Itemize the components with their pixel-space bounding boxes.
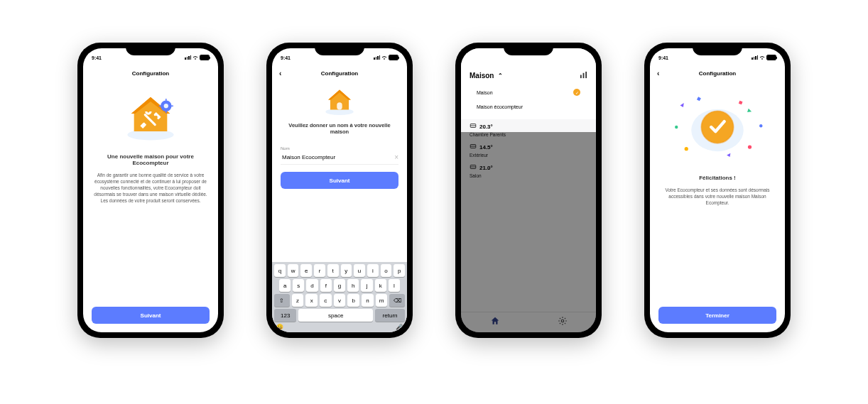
check-icon: ✓: [573, 89, 580, 96]
mic-key[interactable]: 🎤: [396, 324, 403, 330]
screen-body: Votre Ecocompteur et ses données sont dé…: [658, 187, 776, 206]
screen-header: ‹ Configuration: [272, 65, 407, 81]
dropdown-label: Maison: [470, 72, 494, 80]
dropdown-list: Maison✓Maison écocompteur: [461, 83, 596, 119]
keyboard-row-1: qwertyuiop: [272, 262, 407, 277]
key-w[interactable]: w: [288, 264, 299, 277]
house-illustration: [281, 85, 398, 116]
svg-rect-8: [337, 102, 342, 109]
confetti-check-illustration: [658, 88, 776, 166]
thermometer-icon: [470, 122, 477, 131]
key-u[interactable]: u: [354, 264, 365, 277]
keyboard[interactable]: qwertyuiop asdfghjkl ⇧ zxcvbnm ⌫ 123 spa…: [272, 262, 407, 332]
key-c[interactable]: c: [320, 294, 332, 307]
key-d[interactable]: d: [306, 279, 318, 292]
key-a[interactable]: a: [279, 279, 291, 292]
key-x[interactable]: x: [305, 294, 318, 307]
room-temp: 20.3°: [479, 124, 493, 130]
key-g[interactable]: g: [334, 279, 345, 292]
wifi-icon: [192, 55, 198, 60]
key-y[interactable]: y: [341, 264, 352, 277]
keyboard-row-2: asdfghjkl: [272, 277, 407, 292]
phone-notch: [315, 43, 364, 55]
phone-notch: [126, 43, 175, 55]
house-dropdown[interactable]: Maison ⌃: [461, 65, 596, 83]
signal-icon: [185, 55, 191, 60]
key-s[interactable]: s: [293, 279, 304, 292]
battery-icon: [200, 55, 210, 60]
signal-icon: [752, 55, 758, 60]
numbers-key[interactable]: 123: [274, 309, 296, 322]
status-time: 9:41: [658, 55, 668, 60]
key-l[interactable]: l: [389, 279, 400, 292]
svg-rect-11: [585, 72, 587, 78]
key-p[interactable]: p: [394, 264, 405, 277]
key-k[interactable]: k: [375, 279, 386, 292]
next-button[interactable]: Suivant: [281, 172, 398, 189]
status-time: 9:41: [281, 55, 291, 60]
key-i[interactable]: i: [367, 264, 379, 277]
key-f[interactable]: f: [320, 279, 332, 292]
screen-title: Félicitations !: [658, 175, 776, 181]
key-m[interactable]: m: [376, 294, 388, 307]
svg-rect-9: [580, 75, 582, 79]
svg-rect-10: [583, 73, 585, 78]
header-title: Configuration: [321, 70, 358, 77]
svg-point-26: [675, 126, 678, 129]
key-r[interactable]: r: [314, 264, 325, 277]
key-o[interactable]: o: [381, 264, 392, 277]
svg-rect-24: [697, 97, 701, 101]
back-icon[interactable]: ‹: [657, 70, 659, 77]
key-z[interactable]: z: [292, 294, 304, 307]
svg-point-27: [759, 124, 762, 127]
svg-rect-25: [739, 101, 743, 105]
key-j[interactable]: j: [361, 279, 372, 292]
finish-button[interactable]: Terminer: [658, 307, 776, 324]
header-title: Configuration: [132, 70, 169, 77]
dropdown-item-label: Maison écocompteur: [477, 104, 523, 109]
delete-key[interactable]: ⌫: [389, 294, 405, 307]
screen-subtitle: Veuillez donner un nom à votre nouvelle …: [281, 122, 398, 135]
chevron-up-icon: ⌃: [498, 72, 503, 79]
emoji-key[interactable]: 😀: [276, 324, 283, 330]
phone-notch: [693, 43, 742, 55]
svg-point-6: [164, 104, 168, 108]
key-t[interactable]: t: [327, 264, 339, 277]
key-e[interactable]: e: [300, 264, 312, 277]
key-h[interactable]: h: [347, 279, 359, 292]
svg-point-23: [748, 145, 752, 148]
phone-mockup-2: 9:41 ‹ Configuration: [266, 43, 413, 338]
back-icon[interactable]: ‹: [279, 70, 281, 77]
key-q[interactable]: q: [274, 264, 286, 277]
svg-point-22: [685, 147, 688, 151]
return-key[interactable]: return: [375, 309, 405, 322]
battery-icon: [766, 55, 776, 60]
phone-notch: [504, 43, 553, 55]
wifi-icon: [759, 55, 765, 60]
key-n[interactable]: n: [362, 294, 374, 307]
space-key[interactable]: space: [298, 309, 373, 322]
screen-title: Une nouvelle maison pour votre Ecocompte…: [92, 153, 210, 166]
key-b[interactable]: b: [347, 294, 359, 307]
screen-header: Configuration: [83, 65, 218, 81]
wifi-icon: [381, 55, 387, 60]
keyboard-row-3: ⇧ zxcvbnm ⌫: [272, 292, 407, 307]
key-v[interactable]: v: [334, 294, 346, 307]
dropdown-item[interactable]: Maison✓: [461, 84, 596, 100]
house-gear-illustration: [92, 88, 210, 145]
chart-icon[interactable]: [580, 71, 587, 80]
next-button[interactable]: Suivant: [92, 307, 210, 324]
overlay-dim[interactable]: [461, 132, 596, 332]
signal-icon: [374, 55, 380, 60]
phone-mockup-1: 9:41 Configuration: [77, 43, 224, 338]
header-title: Configuration: [699, 70, 736, 77]
screen-header: ‹ Configuration: [650, 65, 785, 81]
shift-key[interactable]: ⇧: [274, 294, 290, 307]
dropdown-item[interactable]: Maison écocompteur: [461, 100, 596, 114]
status-time: 9:41: [92, 55, 102, 60]
house-name-input[interactable]: [281, 153, 394, 161]
clear-icon[interactable]: ×: [394, 153, 398, 161]
battery-icon: [389, 55, 398, 60]
screen-body: Afin de garantir une bonne qualité de se…: [92, 172, 210, 204]
dropdown-item-label: Maison: [477, 90, 493, 95]
